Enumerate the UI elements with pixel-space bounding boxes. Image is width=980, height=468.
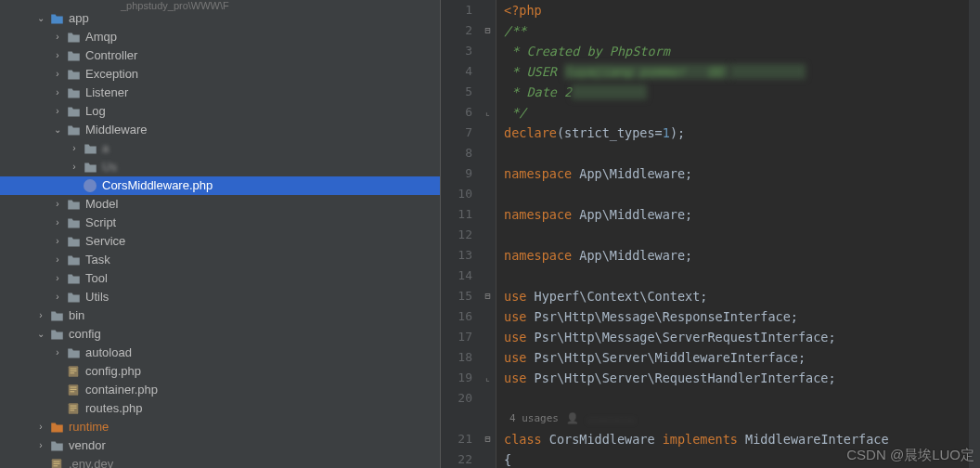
fold-gutter[interactable]: ⊟⌞⊟⌞⊟ [480, 0, 496, 468]
code-line[interactable] [504, 388, 980, 409]
tree-item[interactable]: ·config.php [0, 362, 440, 381]
tree-item[interactable]: ›autoload [0, 344, 440, 362]
tree-item[interactable]: ›Model [0, 195, 440, 214]
chevron-right-icon[interactable]: › [50, 28, 65, 46]
code-line[interactable]: use Psr\Http\Server\MiddlewareInterface; [504, 347, 980, 368]
tree-item-label: Task [85, 251, 110, 269]
chevron-right-icon[interactable]: › [33, 436, 48, 455]
code-token: ( [557, 125, 564, 140]
vertical-scrollbar[interactable] [969, 0, 980, 468]
tree-item[interactable]: ›Utils [0, 288, 440, 306]
chevron-right-icon[interactable]: › [50, 84, 65, 102]
chevron-right-icon[interactable]: › [50, 195, 65, 214]
code-token: strict_types [564, 125, 655, 140]
chevron-right-icon[interactable]: › [50, 214, 65, 232]
inlay-usages[interactable]: 4 usages👤........ [504, 409, 980, 429]
fold-toggle-icon[interactable]: ⊟ [480, 286, 496, 306]
chevron-right-icon[interactable]: › [50, 269, 65, 288]
chevron-right-icon[interactable]: › [50, 288, 65, 306]
chevron-right-icon[interactable]: › [50, 251, 65, 269]
line-number: 21 [441, 429, 472, 449]
code-line[interactable]: namespace App\Middleware; [504, 163, 980, 184]
folder-icon [48, 327, 65, 342]
fold-toggle-icon[interactable]: ⊟ [480, 429, 496, 449]
code-line[interactable]: declare(strict_types=1); [504, 123, 980, 143]
code-line[interactable]: use Psr\Http\Message\ServerRequestInterf… [504, 327, 980, 347]
project-tree[interactable]: ⌄app›Amqp›Controller›Exception›Listener›… [0, 9, 440, 468]
code-line[interactable]: use Psr\Http\Server\RequestHandlerInterf… [504, 368, 980, 388]
tree-item[interactable]: ›Script [0, 214, 440, 232]
tree-item-selected[interactable]: ·CorsMiddleware.php [0, 176, 440, 195]
chevron-down-icon[interactable]: ⌄ [33, 9, 48, 28]
fold-spacer [480, 61, 496, 82]
tree-item[interactable]: ⌄Middleware [0, 121, 440, 139]
tree-item[interactable]: ›Tool [0, 269, 440, 288]
code-line[interactable]: * USER luyajiang pommor QQ [504, 61, 980, 82]
fold-spacer [480, 449, 496, 468]
code-line[interactable] [504, 143, 980, 163]
tree-item[interactable]: ·.env.dev [0, 455, 440, 468]
tree-item[interactable]: ⌄config [0, 325, 440, 344]
tree-item[interactable]: ›bin [0, 306, 440, 325]
chevron-right-icon[interactable]: › [67, 158, 82, 176]
tree-item[interactable]: ›a [0, 139, 440, 158]
project-tree-panel: _phpstudy_pro\WWW\F ⌄app›Amqp›Controller… [0, 0, 441, 468]
tree-item[interactable]: ›Us [0, 158, 440, 176]
code-line[interactable]: /** [504, 20, 980, 41]
chevron-down-icon[interactable]: ⌄ [50, 121, 65, 139]
code-line[interactable]: * Date 2 [504, 82, 980, 102]
fold-toggle-icon[interactable]: ⌞ [480, 368, 496, 388]
chevron-right-icon[interactable]: › [33, 418, 48, 436]
code-token: use [504, 370, 535, 385]
svg-rect-15 [54, 465, 58, 466]
tree-item[interactable]: ·container.php [0, 381, 440, 399]
tree-item[interactable]: ›Log [0, 102, 440, 121]
tree-item[interactable]: ·routes.php [0, 399, 440, 418]
tree-item[interactable]: ›vendor [0, 436, 440, 455]
chevron-right-icon[interactable]: › [50, 65, 65, 84]
code-token: ; [700, 289, 707, 304]
folder-icon [65, 85, 82, 100]
code-line[interactable]: use Psr\Http\Message\ResponseInterface; [504, 306, 980, 327]
line-number: 16 [441, 306, 472, 327]
tree-item[interactable]: ›Controller [0, 46, 440, 65]
chevron-right-icon[interactable]: › [50, 102, 65, 121]
code-token: */ [504, 105, 526, 120]
code-line[interactable] [504, 184, 980, 204]
code-line[interactable]: use Hyperf\Context\Context; [504, 286, 980, 306]
folder-icon [65, 67, 82, 82]
code-token: App\Middleware [579, 207, 685, 222]
code-line[interactable]: <?php [504, 0, 980, 20]
tree-item[interactable]: ›Task [0, 251, 440, 269]
chevron-right-icon[interactable]: › [50, 232, 65, 251]
fold-spacer [480, 409, 496, 429]
author-name: ........ [587, 409, 636, 429]
code-line[interactable]: namespace App\Middleware; [504, 245, 980, 266]
fold-spacer [480, 41, 496, 61]
chevron-right-icon[interactable]: › [50, 46, 65, 65]
code-token: Psr\Http\Message\ServerRequestInterface [535, 330, 829, 344]
tree-item-label: Log [85, 102, 106, 121]
chevron-down-icon[interactable]: ⌄ [33, 325, 48, 344]
code-area[interactable]: <?php/** * Created by PhpStorm * USER lu… [496, 0, 980, 468]
tree-item-label: Utils [85, 288, 109, 306]
tree-item[interactable]: ›Exception [0, 65, 440, 84]
chevron-right-icon[interactable]: › [50, 344, 65, 362]
tree-item[interactable]: ›Listener [0, 84, 440, 102]
code-line[interactable] [504, 225, 980, 245]
fold-spacer [480, 245, 496, 266]
tree-item-label: runtime [69, 418, 109, 436]
code-token: use [504, 289, 535, 304]
fold-toggle-icon[interactable]: ⌞ [480, 102, 496, 123]
chevron-right-icon[interactable]: › [67, 139, 82, 158]
tree-item[interactable]: ›Amqp [0, 28, 440, 46]
code-line[interactable]: namespace App\Middleware; [504, 204, 980, 225]
code-line[interactable]: * Created by PhpStorm [504, 41, 980, 61]
code-editor[interactable]: 12345678910111213141516171819202122 ⊟⌞⊟⌞… [441, 0, 980, 468]
code-line[interactable]: */ [504, 102, 980, 123]
tree-item[interactable]: ›runtime [0, 418, 440, 436]
chevron-right-icon[interactable]: › [33, 306, 48, 325]
code-line[interactable] [504, 266, 980, 286]
fold-toggle-icon[interactable]: ⊟ [480, 20, 496, 41]
tree-item[interactable]: ›Service [0, 232, 440, 251]
